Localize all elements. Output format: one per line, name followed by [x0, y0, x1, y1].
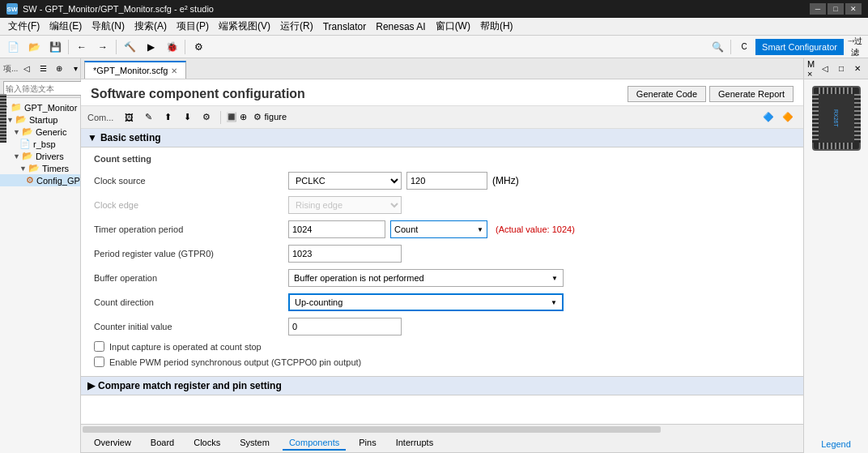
comp-toolbar: Com... 🖼 ✎ ⬆ ⬇ ⚙ 🔳 ⊕ ⚙ figure 🔷 🔶: [81, 106, 803, 129]
comp-icon2[interactable]: 🔶: [779, 109, 797, 126]
counter-init-input[interactable]: [288, 318, 402, 335]
project-tree: ▼ 📁 GPT_Monitor ▼ 📂 Startup ▼ 📂 Generic …: [0, 98, 80, 453]
generate-code-button[interactable]: Generate Code: [628, 86, 706, 102]
toolbar-settings[interactable]: ⚙: [189, 38, 208, 56]
toolbar-back[interactable]: ←: [72, 38, 91, 56]
right-panel-collapse[interactable]: ◁: [818, 62, 832, 76]
right-panel-close[interactable]: ✕: [850, 62, 865, 76]
row-buffer-op: Buffer operation Buffer operation is not…: [94, 266, 790, 290]
minimize-button[interactable]: ─: [810, 3, 826, 15]
toolbar-right: 🔍 C Smart Configurator ⤑过滤: [708, 38, 865, 56]
tree-startup[interactable]: ▼ 📂 Startup: [0, 113, 80, 126]
figure-label: 🔳 ⊕: [226, 112, 247, 122]
comp-add-btn[interactable]: 🖼: [120, 109, 138, 126]
nav-tab-system[interactable]: System: [233, 436, 276, 451]
comp-config-btn[interactable]: ⚙: [198, 109, 215, 126]
menu-renesas[interactable]: Renesas AI: [371, 18, 430, 35]
right-panel-restore[interactable]: □: [834, 62, 849, 76]
clock-source-select[interactable]: PCLKC: [288, 172, 402, 190]
toolbar-debug[interactable]: 🐞: [162, 38, 181, 56]
tree-drivers[interactable]: ▼ 📂 Drivers: [0, 150, 80, 162]
toolbar-sep1: [68, 40, 69, 54]
timer-period-dropdown-value: Count: [394, 224, 418, 234]
panel-filter[interactable]: ⊕: [52, 62, 66, 76]
close-button[interactable]: ✕: [845, 3, 862, 15]
menu-file[interactable]: 文件(F): [3, 18, 45, 35]
menu-bar: 文件(F) 编组(E) 导航(N) 搜索(A) 项目(P) 端紧视图(V) 运行…: [0, 18, 868, 36]
row-count-dir: Count direction Up-counting ▼: [94, 290, 790, 314]
comp-delete-btn[interactable]: ✎: [139, 109, 157, 126]
toolbar-goto[interactable]: ⤑过滤: [845, 38, 865, 56]
legend-button[interactable]: Legend: [821, 439, 851, 449]
tab-close-icon[interactable]: ✕: [171, 66, 177, 75]
subsection-count: Count setting: [94, 154, 790, 164]
nav-tab-overview[interactable]: Overview: [87, 436, 138, 451]
nav-tab-clocks[interactable]: Clocks: [187, 436, 227, 451]
section-header-basic[interactable]: ▼ Basic setting: [81, 129, 803, 147]
menu-run[interactable]: 运行(R): [275, 18, 318, 35]
menu-window[interactable]: 窗口(W): [431, 18, 475, 35]
toolbar-run[interactable]: ▶: [141, 38, 160, 56]
right-panel-content: RX26T: [804, 79, 868, 435]
toolbar-save[interactable]: 💾: [45, 38, 65, 56]
input-capture-checkbox[interactable]: [94, 341, 104, 352]
maximize-button[interactable]: □: [828, 3, 844, 15]
toolbar-sep4: [730, 40, 731, 54]
smart-configurator-button[interactable]: Smart Configurator: [755, 39, 844, 55]
menu-translator[interactable]: Translator: [318, 18, 372, 35]
config-area: ▼ Basic setting Count setting Clock sour…: [81, 129, 803, 424]
buffer-op-dropdown[interactable]: Buffer operation is not performed ▼: [288, 269, 564, 287]
panel-collapse[interactable]: ◁: [19, 62, 34, 76]
horizontal-scrollbar[interactable]: [81, 424, 803, 434]
tree-config-gpt[interactable]: ⚙ Config_GPT: [0, 174, 80, 186]
main-toolbar: 📄 📂 💾 ← → 🔨 ▶ 🐞 ⚙ 🔍 C Smart Configurator…: [0, 36, 868, 58]
tree-timers[interactable]: ▼ 📂 Timers: [0, 162, 80, 174]
row-counter-init: Counter initial value: [94, 314, 790, 339]
generate-report-button[interactable]: Generate Report: [709, 86, 794, 102]
sw-config-title: Software component configuration: [91, 87, 305, 101]
count-dir-dropdown[interactable]: Up-counting ▼: [288, 293, 564, 311]
nav-tab-components[interactable]: Components: [283, 436, 346, 451]
menu-view[interactable]: 端紧视图(V): [214, 18, 275, 35]
panel-expand[interactable]: ☰: [36, 62, 50, 76]
toolbar-forward[interactable]: →: [93, 38, 113, 56]
comp-down-btn[interactable]: ⬇: [178, 109, 196, 126]
right-panel-top: M × ◁ □ ✕: [804, 58, 868, 79]
left-panel: 项... ◁ ☰ ⊕ ▾ ▼ 📁 GPT_Monitor ▼ 📂 Startup: [0, 58, 81, 453]
menu-edit[interactable]: 编组(E): [45, 18, 87, 35]
project-label: 项...: [3, 63, 18, 75]
tab-label: *GPT_Monitor.scfg: [93, 66, 168, 75]
label-count-dir: Count direction: [94, 297, 288, 307]
toolbar-build[interactable]: 🔨: [120, 38, 139, 56]
nav-tab-board[interactable]: Board: [144, 436, 181, 451]
timer-period-dropdown[interactable]: Count ▼: [390, 220, 487, 238]
menu-help[interactable]: 帮助(H): [475, 18, 518, 35]
checkbox-row-1: Input capture is operated at count stop: [94, 339, 790, 354]
buffer-op-value: Buffer operation is not performed: [294, 273, 424, 283]
tree-project-root[interactable]: ▼ 📁 GPT_Monitor: [0, 101, 80, 113]
tree-generic[interactable]: ▼ 📂 Generic: [0, 126, 80, 138]
comp-icon1[interactable]: 🔷: [760, 109, 777, 126]
tab-scfg[interactable]: *GPT_Monitor.scfg ✕: [84, 61, 186, 79]
nav-tab-interrupts[interactable]: Interrupts: [389, 436, 440, 451]
comp-breadcrumb: Com...: [87, 113, 113, 122]
tree-rbsp[interactable]: 📄 r_bsp: [0, 138, 80, 150]
toolbar-search[interactable]: 🔍: [708, 38, 727, 56]
toolbar-new[interactable]: 📄: [3, 38, 23, 56]
row-period-register: Period register value (GTPR0): [94, 241, 790, 266]
menu-project[interactable]: 项目(P): [172, 18, 214, 35]
checkbox-row-2: Enable PWM period synchronous output (GT…: [94, 354, 790, 370]
section-compare-match[interactable]: ▶ Compare match register and pin setting: [81, 376, 803, 395]
timer-period-input[interactable]: [288, 220, 385, 238]
toolbar-c[interactable]: C: [734, 38, 754, 56]
enable-pwm-checkbox[interactable]: [94, 357, 104, 367]
period-register-input[interactable]: [288, 245, 402, 263]
row-clock-source: Clock source PCLKC (MHz): [94, 169, 790, 193]
menu-nav[interactable]: 导航(N): [87, 18, 130, 35]
toolbar-open[interactable]: 📂: [24, 38, 44, 56]
clock-source-input[interactable]: [406, 172, 487, 190]
tab-bar: *GPT_Monitor.scfg ✕: [81, 58, 803, 79]
nav-tab-pins[interactable]: Pins: [352, 436, 382, 451]
comp-up-btn[interactable]: ⬆: [159, 109, 177, 126]
menu-search[interactable]: 搜索(A): [130, 18, 172, 35]
